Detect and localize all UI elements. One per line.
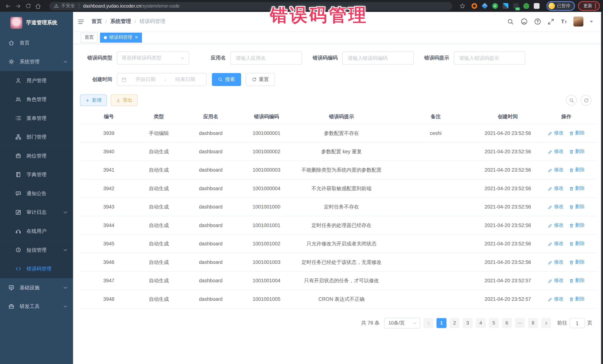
edit-link[interactable]: 修改 — [548, 204, 564, 210]
extension-4-icon[interactable] — [502, 3, 508, 9]
sidebar-item-post[interactable]: 岗位管理 — [0, 146, 73, 165]
tab-error-code[interactable]: 错误码管理 ✕ — [100, 33, 142, 43]
delete-link[interactable]: 删除 — [569, 204, 585, 210]
sidebar-item-dict[interactable]: 字典管理 — [0, 165, 73, 184]
breadcrumb-system[interactable]: 系统管理 — [110, 18, 131, 25]
next-page-button[interactable] — [541, 318, 551, 328]
browser-forward-icon[interactable] — [13, 1, 23, 11]
delete-link[interactable]: 删除 — [569, 167, 585, 173]
fullscreen-icon[interactable] — [547, 18, 554, 25]
msg-filter-label: 错误码提示 — [424, 55, 449, 61]
extensions-puzzle-icon[interactable] — [533, 3, 539, 9]
toggle-search-icon[interactable] — [566, 95, 577, 106]
help-icon[interactable] — [534, 18, 541, 25]
delete-link[interactable]: 删除 — [569, 222, 585, 229]
search-button[interactable]: 搜索 — [212, 73, 241, 86]
sidebar-item-sms[interactable]: 短信管理 — [0, 241, 73, 259]
delete-link[interactable]: 删除 — [569, 259, 585, 265]
delete-link[interactable]: 删除 — [569, 148, 585, 155]
browser-back-icon[interactable] — [3, 1, 13, 11]
edit-link[interactable]: 修改 — [548, 130, 564, 136]
hamburger-icon[interactable] — [73, 12, 89, 31]
row-message: 不允许获取敏感配置到前端 — [312, 186, 371, 191]
code-input[interactable] — [347, 55, 409, 61]
prev-page-button[interactable] — [423, 318, 433, 328]
tab-close-icon[interactable]: ✕ — [135, 35, 138, 40]
goto-page-input[interactable] — [570, 320, 585, 326]
page-button-3[interactable]: 3 — [463, 318, 473, 328]
delete-link[interactable]: 删除 — [569, 130, 585, 136]
app-input[interactable] — [235, 55, 297, 61]
sidebar-item-menu[interactable]: 菜单管理 — [0, 109, 73, 128]
row-app: dashboard — [199, 278, 222, 284]
sidebar-item-home[interactable]: 首页 — [0, 33, 73, 52]
edit-link[interactable]: 修改 — [548, 277, 564, 284]
sidebar-item-infra[interactable]: 基础设施 — [0, 278, 73, 297]
home-icon — [9, 40, 14, 46]
page-button-4[interactable]: 4 — [476, 318, 486, 328]
reset-button[interactable]: 重置 — [246, 73, 275, 86]
date-range-picker[interactable]: 开始日期 - 结束日期 — [117, 73, 207, 86]
row-app: dashboard — [199, 222, 222, 228]
row-message: CRON 表达式不正确 — [318, 296, 364, 302]
more-pages-button[interactable]: ··· — [515, 318, 525, 328]
page-button-5[interactable]: 5 — [489, 318, 499, 328]
delete-link[interactable]: 删除 — [569, 185, 585, 192]
edit-link[interactable]: 修改 — [548, 296, 564, 302]
type-select[interactable]: 请选择错误码类型 — [117, 52, 189, 65]
page-size-select[interactable]: 10条/页 — [384, 318, 420, 328]
page-button-2[interactable]: 2 — [450, 318, 460, 328]
trash-icon — [569, 223, 574, 228]
tab-home[interactable]: 首页 — [81, 33, 98, 43]
extension-6-icon[interactable] — [523, 3, 529, 9]
page-button-8[interactable]: 8 — [528, 318, 538, 328]
extension-3-icon[interactable]: V — [492, 3, 498, 9]
edit-link[interactable]: 修改 — [548, 167, 564, 173]
edit-link[interactable]: 修改 — [548, 259, 564, 265]
window-scrollbar[interactable] — [601, 12, 603, 364]
github-icon[interactable] — [521, 18, 527, 25]
sidebar-item-audit[interactable]: 审计日志 — [0, 203, 73, 222]
msg-input[interactable] — [458, 55, 521, 61]
row-type: 自动生成 — [149, 259, 169, 265]
edit-link[interactable]: 修改 — [548, 185, 564, 192]
extension-5-icon[interactable]: on — [513, 3, 519, 9]
sidebar-logo-row[interactable]: 芋道管理系统 — [0, 12, 73, 33]
extension-2-icon[interactable] — [481, 3, 487, 9]
sidebar-item-code[interactable]: 错误码管理 — [0, 259, 73, 278]
breadcrumb-home[interactable]: 首页 — [92, 18, 102, 25]
bookmark-star-icon[interactable] — [457, 1, 467, 11]
browser-home-icon[interactable] — [33, 1, 43, 11]
sidebar-item-tools[interactable]: 研发工具 — [0, 297, 73, 316]
page-button-6[interactable]: 6 — [502, 318, 512, 328]
browser-reload-icon[interactable] — [23, 1, 33, 11]
sidebar-item-role[interactable]: 角色管理 — [0, 90, 73, 109]
edit-link[interactable]: 修改 — [548, 148, 564, 155]
refresh-table-icon[interactable] — [581, 95, 591, 106]
avatar-caret-icon[interactable] — [590, 21, 593, 22]
address-bar[interactable]: 不安全 dashboard.yudao.iocoder.cn/system/er… — [49, 2, 452, 10]
sidebar-item-notice[interactable]: 通知公告 — [0, 184, 73, 203]
add-button[interactable]: 新增 — [80, 95, 107, 106]
sidebar-item-user[interactable]: 用户管理 — [0, 71, 73, 90]
font-size-icon[interactable]: TT — [561, 19, 567, 24]
edit-pencil-icon — [548, 131, 553, 135]
row-id: 3940 — [103, 149, 115, 154]
export-button[interactable]: 导出 — [111, 95, 138, 106]
page-button-1[interactable]: 1 — [437, 318, 447, 328]
edit-link[interactable]: 修改 — [548, 241, 564, 247]
infra-icon — [9, 285, 14, 290]
edit-link[interactable]: 修改 — [548, 222, 564, 229]
delete-link[interactable]: 删除 — [569, 277, 585, 284]
browser-update-button[interactable]: 更新 — [578, 1, 600, 11]
user-avatar[interactable] — [573, 16, 583, 26]
delete-link[interactable]: 删除 — [569, 296, 585, 302]
sidebar-item-dept[interactable]: 部门管理 — [0, 128, 73, 146]
search-icon[interactable] — [507, 18, 514, 25]
browser-menu-icon[interactable] — [595, 3, 596, 9]
delete-link[interactable]: 删除 — [569, 241, 585, 247]
browser-profile-chip[interactable]: 已暂停 — [546, 1, 575, 11]
sidebar-item-gear[interactable]: 系统管理 — [0, 52, 73, 71]
sidebar-item-online[interactable]: 在线用户 — [0, 222, 73, 241]
extension-1-icon[interactable] — [471, 3, 477, 9]
